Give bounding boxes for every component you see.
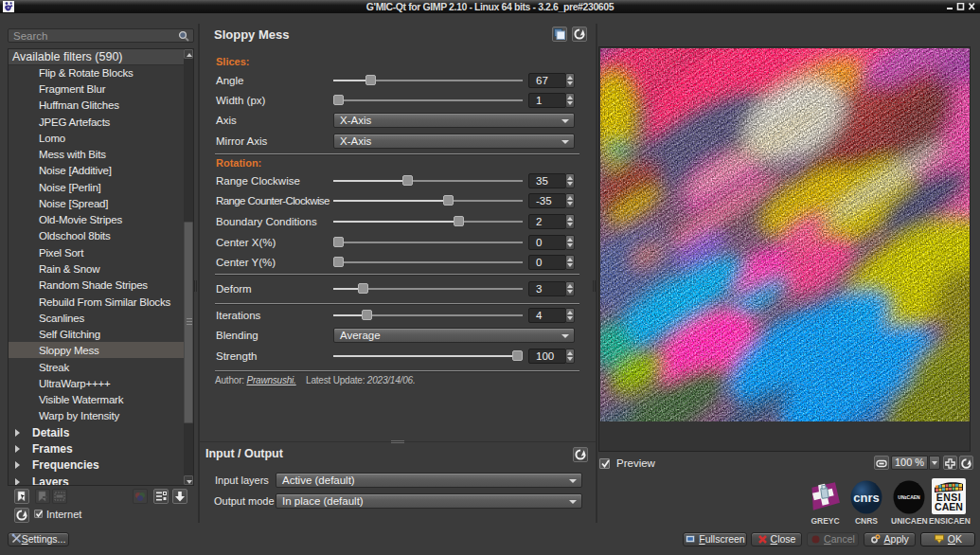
svg-text:UNɪCAEN: UNɪCAEN — [898, 494, 920, 500]
svg-text:CAEN: CAEN — [935, 501, 963, 512]
svg-text:cnrs: cnrs — [853, 491, 879, 505]
